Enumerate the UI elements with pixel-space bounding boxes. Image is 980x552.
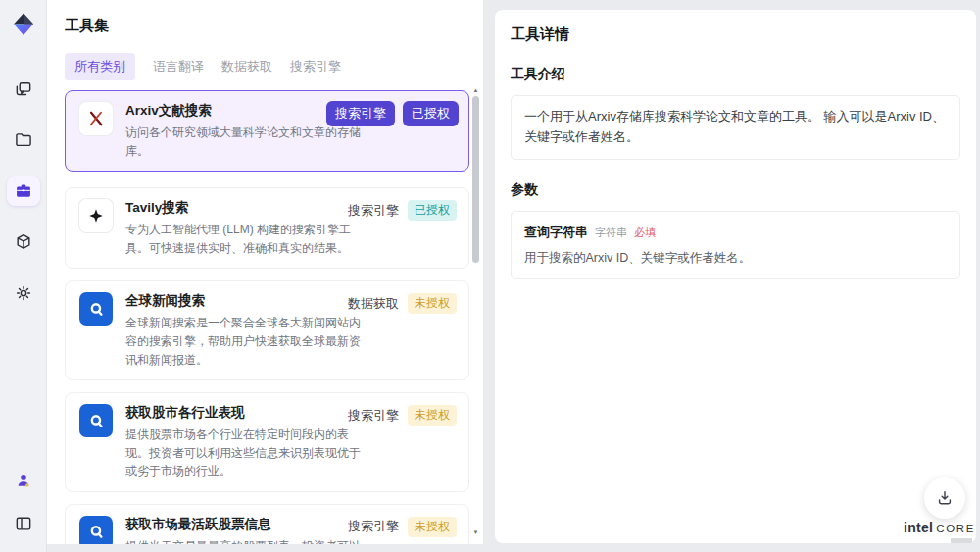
sidebar-item-settings[interactable] bbox=[7, 278, 40, 308]
intel-core-logo: intelcore bbox=[904, 519, 972, 543]
tool-name: 获取市场最活跃股票信息 bbox=[125, 516, 366, 533]
intel-wordmark: intel bbox=[904, 520, 933, 535]
sidebar-item-files[interactable] bbox=[7, 125, 40, 155]
tool-intro-box: 一个用于从Arxiv存储库搜索科学论文和文章的工具。 输入可以是Arxiv ID… bbox=[511, 95, 960, 160]
tab-language-translation[interactable]: 语言翻译 bbox=[153, 53, 204, 80]
sidebar bbox=[0, 0, 47, 552]
cube-icon bbox=[14, 232, 33, 252]
juhe-logo-icon bbox=[79, 404, 113, 437]
status-badge-unauthorized: 未授权 bbox=[408, 517, 457, 537]
juhe-logo-icon bbox=[79, 516, 113, 544]
juhe-logo-icon bbox=[79, 292, 113, 326]
tool-list-panel: 工具集 所有类别 语言翻译 数据获取 搜索引擎 Arxiv文献搜索 访问各个研究… bbox=[47, 0, 483, 544]
list-scrollbar[interactable]: ▲ ▼ bbox=[471, 86, 480, 536]
status-badge-authorized: 已授权 bbox=[408, 200, 457, 221]
tool-description: 提供股票市场各个行业在特定时间段内的表现。投资者可以利用这些信息来识别表现优于或… bbox=[125, 426, 366, 480]
param-required-flag: 必填 bbox=[634, 226, 656, 240]
sidebar-item-chat[interactable] bbox=[7, 75, 40, 104]
download-icon bbox=[935, 488, 955, 508]
sidebar-item-plugins[interactable] bbox=[7, 227, 40, 257]
tool-card-arxiv[interactable]: Arxiv文献搜索 访问各个研究领域大量科学论文和文章的存储库。 搜索引擎 已授… bbox=[65, 90, 469, 172]
category-label: 数据获取 bbox=[348, 295, 399, 313]
tool-description: 全球新闻搜索是一个聚合全球各大新闻网站内容的搜索引擎，帮助用户快速获取全球最新资… bbox=[125, 314, 366, 369]
sidebar-item-account[interactable] bbox=[7, 466, 40, 495]
tool-list: Arxiv文献搜索 访问各个研究领域大量科学论文和文章的存储库。 搜索引擎 已授… bbox=[65, 90, 469, 544]
scrollbar-thumb[interactable] bbox=[472, 96, 479, 263]
tab-data-fetch[interactable]: 数据获取 bbox=[221, 53, 272, 80]
scroll-up-arrow[interactable]: ▲ bbox=[471, 86, 480, 94]
tool-name: Tavily搜索 bbox=[125, 199, 366, 217]
details-title: 工具详情 bbox=[511, 25, 960, 44]
tab-search-engine[interactable]: 搜索引擎 bbox=[290, 53, 341, 80]
arxiv-logo-icon bbox=[79, 102, 113, 135]
panel-toggle-icon bbox=[14, 514, 33, 533]
tool-details-panel: 工具详情 工具介绍 一个用于从Arxiv存储库搜索科学论文和文章的工具。 输入可… bbox=[495, 10, 976, 543]
intro-heading: 工具介绍 bbox=[511, 66, 960, 83]
folder-icon bbox=[14, 130, 33, 150]
chat-icon bbox=[14, 79, 33, 99]
tool-card-tavily[interactable]: Tavily搜索 专为人工智能代理 (LLM) 构建的搜索引擎工具。可快速提供实… bbox=[65, 187, 469, 269]
tool-card-global-news[interactable]: 全球新闻搜索 全球新闻搜索是一个聚合全球各大新闻网站内容的搜索引擎，帮助用户快速… bbox=[65, 280, 469, 380]
params-heading: 参数 bbox=[511, 181, 960, 199]
user-icon bbox=[14, 471, 33, 490]
tool-card-active-stocks[interactable]: 获取市场最活跃股票信息 提供当天交易量最高的股票列表，投资者可以利用这些信息来识… bbox=[65, 504, 469, 544]
settings-gear-icon bbox=[14, 283, 33, 303]
tavily-logo-icon bbox=[79, 199, 113, 232]
param-name: 查询字符串 bbox=[524, 224, 588, 241]
tool-description: 提供当天交易量最高的股票列表，投资者可以利用这些信息来识别流动性强的股票和潜在的… bbox=[125, 537, 366, 544]
category-tabs: 所有类别 语言翻译 数据获取 搜索引擎 bbox=[65, 53, 483, 80]
category-pill[interactable]: 搜索引擎 bbox=[326, 101, 395, 126]
tool-description: 专为人工智能代理 (LLM) 构建的搜索引擎工具。可快速提供实时、准确和真实的结… bbox=[125, 221, 366, 257]
category-label: 搜索引擎 bbox=[348, 518, 399, 535]
status-badge-unauthorized: 未授权 bbox=[408, 405, 457, 426]
core-wordmark: core bbox=[936, 523, 975, 534]
param-description: 用于搜索的Arxiv ID、关键字或作者姓名。 bbox=[524, 250, 947, 267]
sidebar-item-toolbox[interactable] bbox=[7, 176, 40, 206]
tab-all-categories[interactable]: 所有类别 bbox=[65, 53, 135, 80]
intel-logo-sub-mark bbox=[951, 538, 972, 543]
category-label: 搜索引擎 bbox=[348, 202, 399, 220]
page-title: 工具集 bbox=[47, 0, 483, 35]
parameter-box: 查询字符串 字符串 必填 用于搜索的Arxiv ID、关键字或作者姓名。 bbox=[511, 211, 960, 279]
tool-card-stock-sectors[interactable]: 获取股市各行业表现 提供股票市场各个行业在特定时间段内的表现。投资者可以利用这些… bbox=[65, 392, 469, 492]
app-logo gem-icon bbox=[9, 10, 38, 39]
tool-name: 获取股市各行业表现 bbox=[125, 404, 366, 422]
category-label: 搜索引擎 bbox=[348, 407, 399, 425]
tool-intro-text: 一个用于从Arxiv存储库搜索科学论文和文章的工具。 输入可以是Arxiv ID… bbox=[524, 109, 945, 144]
authorized-pill[interactable]: 已授权 bbox=[403, 101, 459, 126]
sidebar-item-panel-toggle[interactable] bbox=[7, 509, 40, 538]
download-button[interactable] bbox=[924, 477, 965, 519]
scroll-down-arrow[interactable]: ▼ bbox=[471, 528, 480, 536]
toolbox-icon bbox=[14, 181, 33, 201]
tool-name: 全球新闻搜索 bbox=[125, 292, 366, 310]
status-badge-unauthorized: 未授权 bbox=[408, 293, 457, 314]
tool-description: 访问各个研究领域大量科学论文和文章的存储库。 bbox=[125, 124, 366, 160]
param-type: 字符串 bbox=[595, 226, 627, 240]
